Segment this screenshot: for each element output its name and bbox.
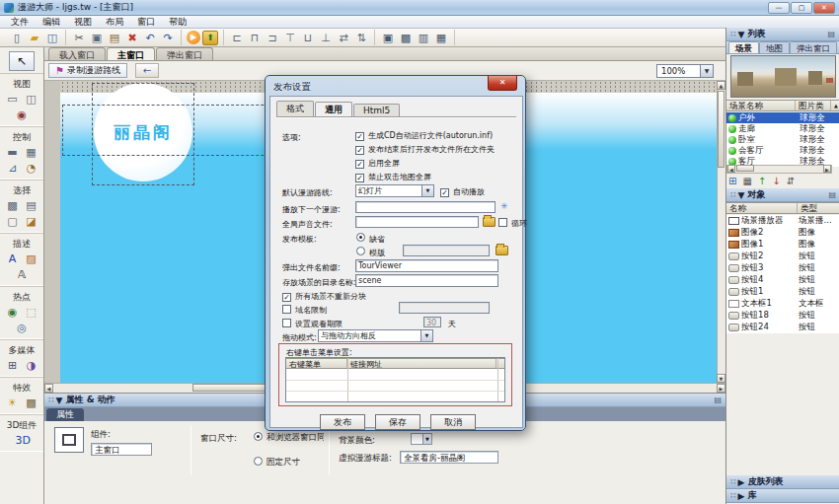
scrollbar-thumb[interactable] <box>736 165 754 172</box>
toolbar-icon[interactable]: ⬆ <box>202 31 218 45</box>
radar-hotspot-icon[interactable]: ◎ <box>16 322 29 334</box>
toolbar-icon[interactable]: ⊔ <box>300 31 316 45</box>
viewport-tool-icon[interactable]: ◫ <box>25 93 38 106</box>
toolbar-icon[interactable]: ▣ <box>380 31 396 45</box>
toolbar-icon[interactable]: ↶ <box>142 31 158 45</box>
list-tab[interactable]: 地图 <box>759 41 790 53</box>
dialog-close-button[interactable]: ✕ <box>488 76 517 91</box>
delete-scene-icon[interactable]: ▦ <box>742 176 751 186</box>
lensflare-icon[interactable]: ☀ <box>6 396 19 409</box>
window-tool-icon[interactable]: ▭ <box>6 93 19 106</box>
list-select-icon[interactable]: ▩ <box>6 199 19 212</box>
toolbar-icon[interactable]: ⇅ <box>353 31 369 45</box>
toolbar-icon[interactable]: ⊤ <box>282 31 298 45</box>
combo-select-icon[interactable]: ▤ <box>25 199 38 212</box>
scene-list-scrollbar[interactable]: ◀ ▶ <box>726 165 832 174</box>
component-value-field[interactable]: 主窗口 <box>91 443 152 456</box>
object-row[interactable]: 文本框1 文本框 <box>726 298 839 310</box>
document-tab[interactable]: 载入窗口 <box>48 47 106 60</box>
scroll-left-icon[interactable]: ◀ <box>44 384 53 393</box>
scroll-down-icon[interactable]: ▼ <box>717 374 725 383</box>
panel-menu-icon[interactable]: ▤ <box>828 190 836 199</box>
menu-item[interactable]: 视图 <box>67 16 99 29</box>
list-tab[interactable]: 场景 <box>728 41 759 53</box>
template-default-radio[interactable] <box>356 233 365 242</box>
toolbar-icon[interactable]: ⊐ <box>265 31 280 45</box>
toolbar-icon[interactable]: ⇄ <box>336 31 351 45</box>
document-tab[interactable]: 主窗口 <box>107 47 155 60</box>
dialog-button[interactable]: 保存 <box>375 414 420 430</box>
list-tab[interactable]: 弹出窗口 <box>790 41 837 53</box>
loop-checkbox-row[interactable]: 循环 <box>498 218 527 229</box>
toolbar-icon[interactable]: ✂ <box>71 31 87 45</box>
toolbar-icon[interactable]: ▥ <box>416 31 431 45</box>
scene-row[interactable]: 走廊 球形全 <box>726 123 839 134</box>
scene-table-header[interactable]: 场景名称 图片类 ▲ <box>726 100 839 111</box>
checkbox-icon[interactable] <box>282 293 291 302</box>
browse-folder-icon[interactable] <box>496 246 508 255</box>
checkbox-icon[interactable] <box>282 305 291 314</box>
video-icon[interactable]: ⊞ <box>6 359 19 372</box>
option-checkbox-row[interactable]: 生成CD自动运行文件(autorun.inf) <box>355 130 495 144</box>
checkbox-icon[interactable] <box>355 146 364 155</box>
next-tour-field[interactable] <box>355 201 496 213</box>
collapse-arrow-icon[interactable]: ▼ <box>56 396 63 405</box>
menu-item[interactable]: 文件 <box>4 16 36 29</box>
scene-row[interactable]: 卧室 球形全 <box>726 134 839 145</box>
move-down-icon[interactable]: ↓ <box>772 176 780 186</box>
template-path-field[interactable] <box>403 245 490 256</box>
dialog-tab[interactable]: Html5 <box>353 104 400 116</box>
effect-icon[interactable]: ▩ <box>25 396 38 409</box>
option-checkbox-row[interactable]: 启用全屏 <box>355 158 495 172</box>
scroll-right-icon[interactable]: ▶ <box>823 165 831 173</box>
zoom-control-icon[interactable]: ⊿ <box>6 162 19 175</box>
move-up-icon[interactable]: ↑ <box>758 176 766 186</box>
scene-dir-field[interactable]: scene <box>355 274 498 287</box>
rightclick-table-header[interactable]: 右键菜单 链接网址 <box>286 358 504 369</box>
checkbox-icon[interactable] <box>355 132 364 141</box>
scene-row[interactable]: 户外 球形全 <box>726 112 839 123</box>
scene-type-column[interactable]: 图片类 <box>796 101 831 110</box>
canvas-vertical-scrollbar[interactable]: ▲ ▼ <box>717 81 725 383</box>
add-scene-icon[interactable]: ⊞ <box>728 176 736 186</box>
toolbar-icon[interactable]: ↷ <box>160 31 176 45</box>
checkbox-icon[interactable] <box>355 174 364 182</box>
objects-panel-header[interactable]: ∷ ▼ 对象 ▤ <box>726 188 839 202</box>
menu-item[interactable]: 帮助 <box>162 16 193 29</box>
object-row[interactable]: 按钮18 按钮 <box>726 310 839 322</box>
object-row[interactable]: 按钮3 按钮 <box>726 262 839 274</box>
collapse-arrow-icon[interactable]: ▼ <box>738 190 745 200</box>
checkbox-icon[interactable] <box>282 319 291 327</box>
menu-item[interactable]: 布局 <box>99 16 130 29</box>
domain-field[interactable] <box>399 302 490 314</box>
dialog-button[interactable]: 发布 <box>320 414 365 430</box>
frame-select-icon[interactable]: ▢ <box>6 215 19 228</box>
scroll-up-icon[interactable]: ▲ <box>717 81 725 90</box>
textbox-tool-icon[interactable]: 𝔸 <box>16 268 29 281</box>
tab-properties[interactable]: 属性 <box>46 408 84 421</box>
object-table-header[interactable]: 名称 类型 <box>726 202 839 214</box>
record-route-button[interactable]: ⚑ 录制漫游路线 <box>48 63 127 78</box>
panel-menu-icon[interactable]: ▤ <box>714 396 722 404</box>
keypad-icon[interactable]: ▦ <box>25 146 38 159</box>
scroll-up-icon[interactable]: ▲ <box>831 101 839 110</box>
route-picker-icon[interactable]: ✳ <box>500 201 508 211</box>
checkbox-icon[interactable] <box>440 188 449 197</box>
sound-file-field[interactable] <box>355 216 479 228</box>
no-reslice-checkbox-row[interactable]: 所有场景不重新分块 <box>282 291 366 302</box>
checkbox-icon[interactable] <box>355 160 364 169</box>
control-bar-icon[interactable]: ▬ <box>6 146 19 159</box>
expire-days-field[interactable]: 30 <box>423 317 441 327</box>
object-row[interactable]: 按钮1 按钮 <box>726 286 839 298</box>
object-row[interactable]: 场景播放器 场景播... <box>726 215 839 227</box>
hotspot-icon[interactable]: ◉ <box>6 306 19 319</box>
list-panel-header[interactable]: ∷ ▼ 列表 ▤ <box>726 28 839 41</box>
toolbar-icon[interactable]: ⊥ <box>318 31 334 45</box>
object-type-column[interactable]: 类型 <box>798 203 839 213</box>
toolbar-icon[interactable]: ⊏ <box>229 31 245 45</box>
object-row[interactable]: 按钮4 按钮 <box>726 274 839 286</box>
toolbar-icon[interactable]: ▩ <box>398 31 414 45</box>
panel-menu-icon[interactable]: ▤ <box>827 30 835 38</box>
thumb-select-icon[interactable]: ◪ <box>25 215 38 228</box>
size-radio-browser[interactable] <box>254 432 263 441</box>
